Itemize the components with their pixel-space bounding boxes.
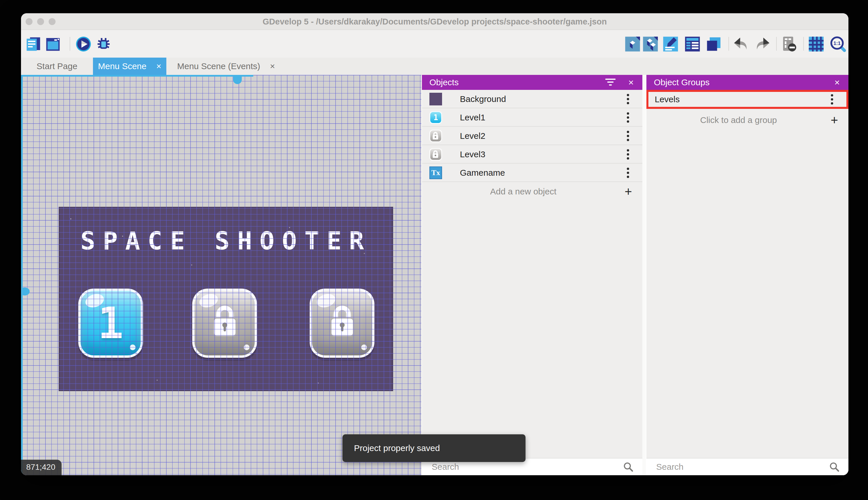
toggle-grid-icon[interactable] xyxy=(808,36,824,53)
toolbar-divider xyxy=(776,37,777,51)
object-menu-kebab-icon[interactable] xyxy=(627,112,629,123)
add-group-button[interactable]: Click to add a group + xyxy=(646,111,848,129)
level1-button-object[interactable]: 1 xyxy=(78,288,143,358)
button-dot xyxy=(244,344,249,350)
tab-menu-scene-events[interactable]: Menu Scene (Events) × xyxy=(166,58,286,75)
level3-button-object[interactable] xyxy=(310,288,374,358)
zoom-ratio-label: 1:1 xyxy=(833,40,841,46)
button-dot xyxy=(361,344,367,350)
window-icon xyxy=(45,36,61,52)
thumb-number: 1 xyxy=(430,112,441,123)
filter-icon[interactable] xyxy=(605,79,615,86)
background-stars xyxy=(70,218,71,219)
window-mask-minus-icon xyxy=(781,36,797,52)
objects-panel: Objects × Background 1 Level1 xyxy=(421,75,642,475)
gdevelop-window: GDevelop 5 - /Users/dkarakay/Documents/G… xyxy=(21,13,848,475)
lock-icon xyxy=(327,304,357,340)
edit-object-icon[interactable] xyxy=(624,36,641,53)
object-name: Level1 xyxy=(460,113,627,122)
object-thumbnail xyxy=(430,93,442,105)
close-groups-panel-icon[interactable]: × xyxy=(834,77,840,88)
viewport-top-border xyxy=(21,75,253,77)
toolbar-divider xyxy=(70,37,70,51)
undo-icon[interactable] xyxy=(732,36,749,53)
lock-icon xyxy=(210,304,240,340)
object-thumbnail: 1 xyxy=(430,111,442,124)
properties-list-icon xyxy=(684,36,701,52)
groups-panel-header: Object Groups × xyxy=(646,75,848,90)
lock-icon xyxy=(432,132,439,140)
start-page-icon[interactable] xyxy=(45,36,61,53)
project-manager-icon xyxy=(25,36,42,52)
object-groups-panel: Object Groups × Levels Click to add a gr… xyxy=(646,75,848,475)
window-title: GDevelop 5 - /Users/dkarakay/Documents/G… xyxy=(21,13,848,30)
object-row-level3[interactable]: Level3 xyxy=(422,146,642,163)
object-menu-kebab-icon[interactable] xyxy=(627,149,629,160)
group-name: Levels xyxy=(655,94,831,104)
object-name: Level2 xyxy=(460,131,627,141)
tab-label: Start Page xyxy=(37,61,78,71)
add-object-label: Add a new object xyxy=(422,186,624,196)
groups-search-bar xyxy=(646,458,848,475)
tab-close-icon[interactable]: × xyxy=(270,61,275,71)
object-menu-kebab-icon[interactable] xyxy=(627,93,629,105)
lock-icon xyxy=(432,150,439,159)
grid-icon xyxy=(808,36,824,52)
plus-icon: + xyxy=(624,184,632,199)
search-icon xyxy=(829,462,840,472)
project-manager-icon[interactable] xyxy=(25,36,42,53)
scene-editor-canvas[interactable]: SPACE SHOOTER 1 xyxy=(21,75,421,475)
magnifier-1-1-icon: 1:1 xyxy=(830,36,846,52)
pencil-card-icon xyxy=(662,36,679,52)
play-preview-icon[interactable] xyxy=(75,36,92,53)
play-icon xyxy=(75,36,92,52)
group-row-levels-highlighted[interactable]: Levels xyxy=(646,90,848,109)
save-toast: Project properly saved xyxy=(342,434,526,462)
object-group-cubes-icon xyxy=(642,36,658,52)
object-row-background[interactable]: Background xyxy=(422,90,642,108)
object-row-gamename[interactable]: Tx Gamename xyxy=(422,164,642,182)
object-menu-kebab-icon[interactable] xyxy=(627,130,629,142)
title-bar: GDevelop 5 - /Users/dkarakay/Documents/G… xyxy=(21,13,848,30)
object-menu-kebab-icon[interactable] xyxy=(627,167,629,179)
layers-icon xyxy=(706,36,722,52)
objects-panel-title: Objects xyxy=(430,78,605,87)
object-thumbnail xyxy=(430,129,442,142)
viewport-top-handle[interactable] xyxy=(233,76,242,84)
open-properties-icon[interactable] xyxy=(684,36,701,53)
edit-scene-properties-icon[interactable] xyxy=(662,36,679,53)
cursor-coordinates-badge: 871;420 xyxy=(21,460,62,475)
add-new-object-button[interactable]: Add a new object + xyxy=(422,183,642,201)
scene-background-object[interactable]: SPACE SHOOTER 1 xyxy=(59,207,393,391)
viewport-left-handle[interactable] xyxy=(21,287,30,296)
toolbar-divider xyxy=(803,37,804,51)
toggle-mask-icon[interactable] xyxy=(781,36,797,53)
level2-button-object[interactable] xyxy=(192,288,257,358)
redo-icon[interactable] xyxy=(754,36,771,53)
object-thumbnail xyxy=(430,148,442,161)
edit-object-groups-icon[interactable] xyxy=(642,36,659,53)
main-toolbar: 1:1 xyxy=(21,30,848,58)
undo-arrow-icon xyxy=(733,36,749,52)
tab-bar: Start Page Menu Scene × Menu Scene (Even… xyxy=(21,58,848,75)
bug-icon xyxy=(96,36,112,52)
groups-search-input[interactable] xyxy=(656,462,829,472)
object-row-level2[interactable]: Level2 xyxy=(422,127,642,145)
button-dot xyxy=(130,344,136,350)
tab-start-page[interactable]: Start Page xyxy=(21,58,93,75)
locked-thumb xyxy=(430,148,442,161)
plus-icon: + xyxy=(831,113,838,127)
tab-menu-scene[interactable]: Menu Scene × xyxy=(93,58,166,75)
open-layers-icon[interactable] xyxy=(705,36,722,53)
zoom-actual-size-icon[interactable]: 1:1 xyxy=(830,36,846,53)
tab-close-icon[interactable]: × xyxy=(156,61,162,71)
close-objects-panel-icon[interactable]: × xyxy=(628,77,634,88)
group-menu-kebab-icon[interactable] xyxy=(831,94,833,105)
debug-icon[interactable] xyxy=(95,36,112,53)
game-title-text-object[interactable]: SPACE SHOOTER xyxy=(59,226,393,255)
objects-search-input[interactable] xyxy=(432,462,623,472)
object-name: Level3 xyxy=(460,149,627,159)
object-thumbnail: Tx xyxy=(430,167,442,179)
object-row-level1[interactable]: 1 Level1 xyxy=(422,109,642,127)
tab-label: Menu Scene xyxy=(98,61,146,71)
